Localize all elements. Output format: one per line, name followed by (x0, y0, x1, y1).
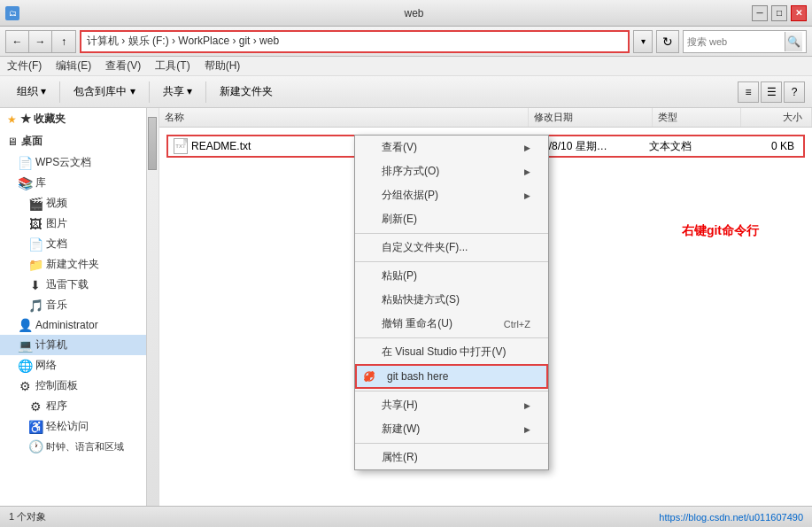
toolbar: 组织 ▾ 包含到库中 ▾ 共享 ▾ 新建文件夹 ≡ ☰ ? (0, 76, 812, 108)
column-headers: 名称 修改日期 类型 大小 (159, 108, 812, 128)
share-button[interactable]: 共享 ▾ (153, 79, 202, 105)
minimize-button[interactable]: ─ (752, 5, 768, 21)
up-button[interactable]: ↑ (52, 31, 75, 52)
title-bar: 🗂 web ─ □ ✕ (0, 0, 812, 27)
ctx-vscode[interactable]: 在 Visual Studio 中打开(V) (355, 340, 548, 364)
sidebar-favorites-header: ★ ★ 收藏夹 (0, 108, 146, 130)
ctx-sep-5 (355, 443, 548, 444)
search-icon[interactable]: 🔍 (785, 32, 802, 51)
address-bar: ← → ↑ 计算机 › 娱乐 (F:) › WorkPlace › git › … (0, 27, 812, 57)
sidebar-item-accessibility[interactable]: ♿ 轻松访问 (0, 416, 146, 437)
svg-point-3 (368, 378, 370, 380)
close-button[interactable]: ✕ (791, 5, 807, 21)
title-controls: ─ □ ✕ (752, 5, 807, 21)
annotation-text: 右键git命令行 (682, 223, 759, 239)
sidebar-wrapper: ★ ★ 收藏夹 🖥 桌面 📄 WPS云文档 📚 库 🎬 视频 🖼 (0, 108, 159, 506)
ctx-view-label: 查看(V) (382, 140, 417, 155)
ctx-properties-label: 属性(R) (382, 450, 418, 465)
pic-label: 图片 (46, 216, 67, 231)
ctx-paste-shortcut[interactable]: 粘贴快捷方式(S) (355, 288, 548, 312)
menu-tools[interactable]: 工具(T) (153, 58, 191, 74)
ctx-view[interactable]: 查看(V) (355, 136, 548, 159)
sidebar-item-programs[interactable]: ⚙ 程序 (0, 396, 146, 416)
view-list-button[interactable]: ≡ (738, 81, 759, 103)
doc-icon: 📄 (28, 237, 43, 252)
ctx-sort[interactable]: 排序方式(O) (355, 159, 548, 183)
wps-label: WPS云文档 (35, 155, 91, 170)
view-buttons: ≡ ☰ ? (738, 81, 805, 103)
sidebar-item-clock[interactable]: 🕐 时钟、语言和区域 (0, 437, 146, 456)
address-dropdown[interactable]: ▾ (633, 30, 653, 53)
refresh-button[interactable]: ↻ (656, 30, 679, 53)
ctx-paste[interactable]: 粘贴(P) (355, 264, 548, 288)
main-area: ★ ★ 收藏夹 🖥 桌面 📄 WPS云文档 📚 库 🎬 视频 🖼 (0, 108, 812, 506)
new-folder-button[interactable]: 新建文件夹 (210, 79, 282, 105)
ctx-vscode-label: 在 Visual Studio 中打开(V) (382, 345, 507, 360)
organize-button[interactable]: 组织 ▾ (7, 79, 56, 105)
ctx-sep-4 (355, 391, 548, 391)
col-header-type[interactable]: 类型 (653, 108, 741, 127)
ctx-properties[interactable]: 属性(R) (355, 446, 548, 469)
sidebar-item-pic[interactable]: 🖼 图片 (0, 213, 146, 234)
back-button[interactable]: ← (6, 31, 29, 52)
search-box: 🔍 (683, 30, 807, 53)
accessibility-label: 轻松访问 (46, 419, 89, 434)
ctx-paste-label: 粘贴(P) (382, 268, 417, 283)
menu-bar: 文件(F) 编辑(E) 查看(V) 工具(T) 帮助(H) (0, 57, 812, 76)
ctx-share[interactable]: 共享(H) (355, 393, 548, 417)
address-path[interactable]: 计算机 › 娱乐 (F:) › WorkPlace › git › web (80, 30, 630, 53)
ctx-customize[interactable]: 自定义文件夹(F)... (355, 236, 548, 260)
sidebar-item-wps[interactable]: 📄 WPS云文档 (0, 152, 146, 173)
controlpanel-label: 控制面板 (35, 378, 78, 393)
ctx-undo[interactable]: 撤销 重命名(U) Ctrl+Z (355, 312, 548, 336)
status-bar: 1 个对象 https://blog.csdn.net/u011607490 (0, 506, 812, 527)
menu-view[interactable]: 查看(V) (104, 58, 143, 74)
admin-icon: 👤 (18, 318, 32, 332)
ctx-share-label: 共享(H) (382, 398, 418, 413)
search-input[interactable] (687, 36, 785, 47)
sidebar-desktop-header: 🖥 桌面 (0, 130, 146, 152)
sidebar-item-lib[interactable]: 📚 库 (0, 173, 146, 193)
programs-icon: ⚙ (28, 399, 43, 414)
music-label: 音乐 (46, 298, 67, 313)
sidebar-item-xunlei[interactable]: ⬇ 迅雷下载 (0, 275, 146, 295)
ctx-customize-label: 自定义文件夹(F)... (382, 240, 468, 255)
toolbar-separator-3 (205, 81, 206, 103)
sidebar-item-controlpanel[interactable]: ⚙ 控制面板 (0, 376, 146, 396)
xunlei-icon: ⬇ (28, 278, 43, 292)
help-button[interactable]: ? (784, 81, 805, 103)
include-library-button[interactable]: 包含到库中 ▾ (64, 79, 144, 105)
menu-help[interactable]: 帮助(H) (203, 58, 243, 74)
sidebar-item-computer[interactable]: 💻 计算机 (0, 335, 146, 355)
clock-icon: 🕐 (28, 439, 43, 453)
ctx-git-bash[interactable]: git bash here (355, 364, 548, 389)
ctx-sep-1 (355, 233, 548, 234)
ctx-sep-3 (355, 337, 548, 338)
sidebar-item-newfolder[interactable]: 📁 新建文件夹 (0, 254, 146, 275)
view-details-button[interactable]: ☰ (761, 81, 782, 103)
forward-button[interactable]: → (29, 31, 52, 52)
sidebar-item-video[interactable]: 🎬 视频 (0, 193, 146, 213)
ctx-new[interactable]: 新建(W) (355, 417, 548, 441)
maximize-button[interactable]: □ (771, 5, 787, 21)
menu-file[interactable]: 文件(F) (5, 58, 43, 74)
ctx-group[interactable]: 分组依据(P) (355, 183, 548, 207)
col-header-date[interactable]: 修改日期 (529, 108, 653, 127)
toolbar-separator-2 (149, 81, 150, 103)
lib-label: 库 (35, 175, 46, 190)
sidebar-scroll-thumb[interactable] (148, 117, 157, 170)
sidebar-item-network[interactable]: 🌐 网络 (0, 355, 146, 376)
menu-edit[interactable]: 编辑(E) (54, 58, 93, 74)
ctx-group-label: 分组依据(P) (382, 188, 438, 203)
ctx-paste-shortcut-label: 粘贴快捷方式(S) (382, 292, 460, 307)
sidebar-item-music[interactable]: 🎵 音乐 (0, 295, 146, 315)
sidebar-item-admin[interactable]: 👤 Administrator (0, 315, 146, 335)
desktop-icon: 🖥 (7, 136, 18, 148)
sidebar-scrollbar[interactable] (146, 108, 159, 506)
newfolder-label: 新建文件夹 (46, 257, 99, 272)
col-header-size[interactable]: 大小 (741, 108, 812, 127)
sidebar-item-doc[interactable]: 📄 文档 (0, 234, 146, 254)
ctx-refresh[interactable]: 刷新(E) (355, 207, 548, 231)
col-header-name[interactable]: 名称 (159, 108, 529, 127)
lib-icon: 📚 (18, 176, 32, 190)
